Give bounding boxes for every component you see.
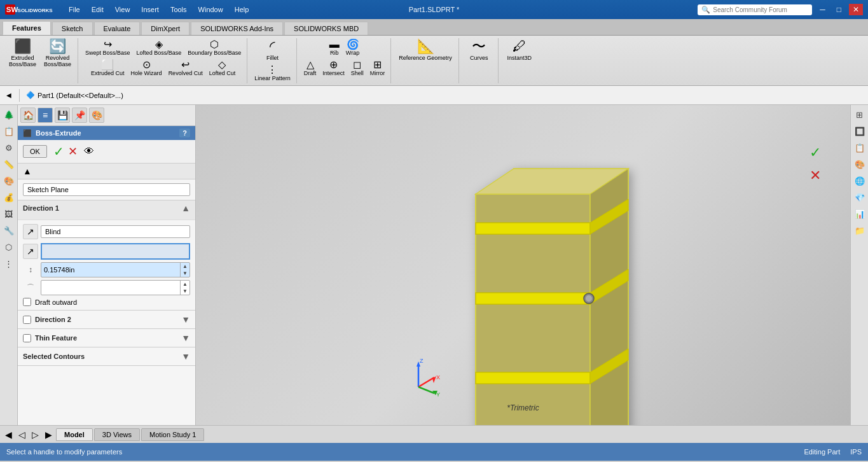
fillet-button[interactable]: ◜ Fillet xyxy=(261,38,284,62)
draft-angle-row: ⌒ ▲ ▼ xyxy=(23,280,190,295)
direction1-section-header: Direction 1 ▲ xyxy=(23,203,190,213)
direction2-section[interactable]: Direction 2 ▼ xyxy=(18,311,195,329)
from-dropdown[interactable]: Sketch Plane xyxy=(23,183,190,196)
reference-geometry-button[interactable]: 📐 Reference Geometry xyxy=(396,38,455,62)
maximize-button[interactable]: □ xyxy=(833,4,845,15)
tab-nav-right2[interactable]: ▶ xyxy=(43,428,55,441)
help-button[interactable]: ? xyxy=(179,129,190,137)
tab-sketch[interactable]: Sketch xyxy=(52,22,93,35)
instant3d-button[interactable]: 🖊 Instant3D xyxy=(504,38,535,62)
task-panel-icon[interactable]: 📁 xyxy=(853,223,867,237)
direction2-checkbox[interactable] xyxy=(23,316,31,324)
panel-home-btn[interactable]: 🏠 xyxy=(20,108,36,123)
draft-outward-checkbox[interactable] xyxy=(23,298,31,306)
thin-feature-section[interactable]: Thin Feature ▼ xyxy=(18,329,195,347)
configuration-manager-icon[interactable]: ⚙ xyxy=(2,141,16,155)
display-manager-icon[interactable]: 🎨 xyxy=(2,174,16,188)
minimize-button[interactable]: ─ xyxy=(816,4,829,15)
costing-icon[interactable]: 💰 xyxy=(2,190,16,204)
panel-display-btn[interactable]: 🎨 xyxy=(89,108,104,123)
close-button[interactable]: ✕ xyxy=(849,4,863,15)
cancel-x[interactable]: ✕ xyxy=(68,144,78,158)
direction-arrow-icon[interactable]: ↗ xyxy=(23,224,38,239)
menu-help[interactable]: Help xyxy=(230,4,254,15)
extruded-cut-button[interactable]: ⬜ Extruded Cut xyxy=(89,59,127,78)
tab-nav-right[interactable]: ▷ xyxy=(29,428,41,441)
tab-model[interactable]: Model xyxy=(56,428,93,441)
hole-wizard-button[interactable]: ⊙ Hole Wizard xyxy=(129,59,164,78)
end-condition-dropdown[interactable]: Blind xyxy=(41,225,190,238)
scene-icon[interactable]: 🌐 xyxy=(853,174,867,188)
more-icon[interactable]: ⋮ xyxy=(2,256,16,270)
search-box[interactable]: 🔍 xyxy=(698,4,812,15)
linear-pattern-button[interactable]: ⋮ Linear Pattern xyxy=(252,64,293,83)
menu-window[interactable]: Window xyxy=(193,4,228,15)
menu-insert[interactable]: Insert xyxy=(136,4,164,15)
tab-mbd[interactable]: SOLIDWORKS MBD xyxy=(284,22,368,35)
color-display-icon[interactable]: 🎨 xyxy=(853,157,867,171)
confirm-checkmark[interactable]: ✓ xyxy=(53,144,64,159)
property-manager-icon[interactable]: 📋 xyxy=(2,124,16,138)
shell-button[interactable]: ◻ Shell xyxy=(349,59,366,78)
extruded-boss-button[interactable]: ⬛ Extruded Boss/Base xyxy=(6,38,39,69)
view-panel-icon[interactable]: ⊞ xyxy=(853,108,867,122)
angle-input[interactable] xyxy=(41,283,180,293)
display-state-icon[interactable]: 📊 xyxy=(853,207,867,221)
angle-increment-button[interactable]: ▲ xyxy=(180,281,189,288)
tab-features[interactable]: Features xyxy=(3,21,51,35)
tab-3d-views[interactable]: 3D Views xyxy=(94,428,140,441)
depth-direction-icon[interactable]: ↗ xyxy=(23,244,38,259)
tab-motion-study[interactable]: Motion Study 1 xyxy=(141,428,204,441)
menu-tools[interactable]: Tools xyxy=(165,4,192,15)
lofted-cut-button[interactable]: ◇ Lofted Cut xyxy=(207,59,238,78)
curves-button[interactable]: 〜 Curves xyxy=(465,38,493,62)
mirror-button[interactable]: ⊞ Mirror xyxy=(368,59,387,78)
panel-list-btn[interactable]: ≡ xyxy=(38,108,53,123)
view-3d-icon[interactable]: 🔲 xyxy=(853,124,867,138)
tab-addins[interactable]: SOLIDWORKS Add-Ins xyxy=(191,22,283,35)
feature-manager-icon[interactable]: 🌲 xyxy=(2,108,16,122)
depth-input[interactable] xyxy=(41,265,180,275)
appearance-icon[interactable]: 💎 xyxy=(853,190,867,204)
draft-button[interactable]: △ Draft xyxy=(302,59,319,78)
menu-edit[interactable]: Edit xyxy=(86,4,109,15)
tab-nav-left2[interactable]: ◁ xyxy=(16,428,28,441)
tree-toggle[interactable]: ◀ xyxy=(3,90,15,100)
tab-dimxpert[interactable]: DimXpert xyxy=(141,22,189,35)
viewport-cancel-button[interactable]: ✕ xyxy=(806,166,825,185)
menu-view[interactable]: View xyxy=(110,4,135,15)
part-tree-item[interactable]: 🔷 Part1 (Default<<Default>...) xyxy=(24,90,126,101)
end-condition-row: ↗ Blind xyxy=(23,224,190,239)
tools-icon[interactable]: 🔧 xyxy=(2,223,16,237)
boundary-boss-button[interactable]: ⬡ Boundary Boss/Base xyxy=(186,38,243,57)
ok-button[interactable]: OK xyxy=(23,145,47,158)
wrap-button[interactable]: 🌀 Wrap xyxy=(344,38,361,57)
rib-button[interactable]: ▬ Rib xyxy=(327,38,341,57)
menu-file[interactable]: File xyxy=(64,4,85,15)
revolved-cut-button[interactable]: ↩ Revolved Cut xyxy=(167,59,205,78)
from-section-header[interactable]: ▲ xyxy=(18,164,195,179)
tab-evaluate[interactable]: Evaluate xyxy=(94,22,141,35)
depth-decrement-button[interactable]: ▼ xyxy=(180,270,189,277)
swept-boss-button[interactable]: ↪ Swept Boss/Base xyxy=(83,38,132,57)
tab-nav-left[interactable]: ◀ xyxy=(3,428,15,441)
viewport-confirm-button[interactable]: ✓ xyxy=(806,143,825,162)
revolved-boss-button[interactable]: 🔄 Revolved Boss/Base xyxy=(41,38,74,69)
property-icon[interactable]: 📋 xyxy=(853,141,867,155)
panel-pin-btn[interactable]: 📌 xyxy=(72,108,87,123)
selected-contours-section[interactable]: Selected Contours ▼ xyxy=(18,347,195,366)
search-input[interactable] xyxy=(713,6,796,13)
visibility-toggle[interactable]: 👁 xyxy=(84,146,94,157)
boss-extrude-header: ⬛ Boss-Extrude ? xyxy=(18,126,195,140)
selection-filter-icon[interactable]: ⬡ xyxy=(2,240,16,254)
dim-xpert-icon[interactable]: 📏 xyxy=(2,157,16,171)
depth-increment-button[interactable]: ▲ xyxy=(180,263,189,270)
panel-save-btn[interactable]: 💾 xyxy=(55,108,70,123)
intersect-button[interactable]: ⊕ Intersect xyxy=(320,59,347,78)
thin-feature-checkbox[interactable] xyxy=(23,334,31,342)
angle-decrement-button[interactable]: ▼ xyxy=(180,288,189,295)
direction1-header[interactable]: Direction 1 ▲ xyxy=(18,200,195,220)
lofted-boss-button[interactable]: ◈ Lofted Boss/Base xyxy=(135,38,184,57)
depth-direction-box[interactable] xyxy=(41,243,190,260)
appearances-icon[interactable]: 🖼 xyxy=(2,207,16,221)
